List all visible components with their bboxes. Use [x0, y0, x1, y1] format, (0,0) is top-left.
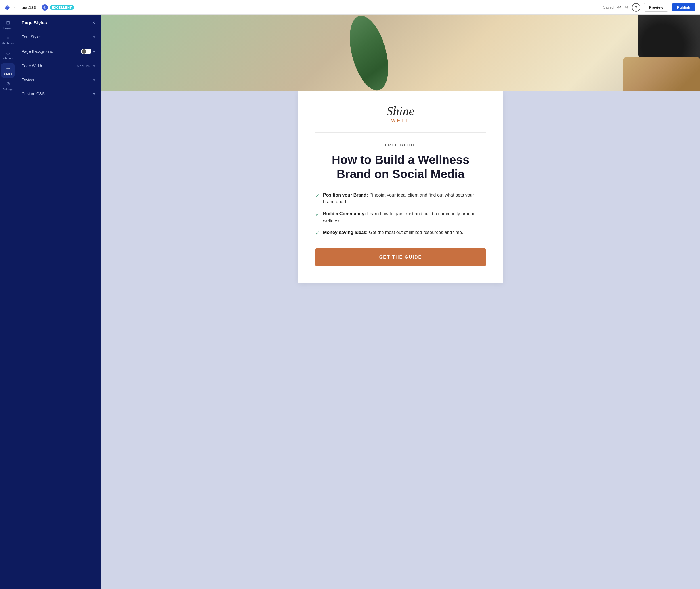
font-styles-label: Font Styles	[22, 35, 41, 39]
sections-icon: ≡	[7, 35, 9, 41]
page-width-label: Page Width	[22, 64, 42, 68]
logo-script: Shine	[315, 105, 486, 118]
custom-css-label: Custom CSS	[22, 91, 45, 96]
quality-icon	[42, 4, 48, 10]
topbar: ◈ ← test123 EXCELLENT Saved ↩ ↪ ? Previe…	[0, 0, 700, 15]
page-width-chevron: ▾	[93, 64, 95, 68]
free-guide-label: FREE GUIDE	[315, 143, 486, 147]
content-card: Shine WELL FREE GUIDE How to Build a Wel…	[298, 91, 503, 283]
sections-label: Sections	[2, 42, 14, 45]
panel-item-page-width[interactable]: Page Width Medium ▾	[16, 59, 101, 73]
favicon-label: Favicon	[22, 77, 35, 82]
undo-button[interactable]: ↩	[617, 4, 621, 10]
page-background-toggle[interactable]	[81, 48, 91, 54]
layout-label: Layout	[3, 27, 12, 29]
main-wrap: ⊞ Layout ≡ Sections ⊙ Widgets ✏ Styles ⚙…	[0, 15, 700, 589]
panel-item-favicon[interactable]: Favicon ▾	[16, 73, 101, 87]
panel-item-page-background-right: ▾	[81, 48, 95, 54]
widgets-label: Widgets	[3, 57, 13, 60]
sidebar-item-layout[interactable]: ⊞ Layout	[1, 18, 15, 32]
logo-sans: WELL	[315, 118, 486, 123]
check-icon-3: ✓	[315, 229, 320, 237]
redo-button[interactable]: ↪	[625, 4, 629, 10]
logo-area: Shine WELL	[315, 105, 486, 133]
widgets-icon: ⊙	[6, 50, 10, 56]
page-background-chevron: ▾	[93, 49, 95, 54]
checklist-item-3: ✓ Money-saving Ideas: Get the most out o…	[315, 229, 486, 237]
checklist-item-1-bold: Position your Brand:	[323, 193, 368, 197]
sidebar-item-sections[interactable]: ≡ Sections	[1, 33, 15, 47]
cta-button[interactable]: GET THE GUIDE	[315, 248, 486, 266]
layout-icon: ⊞	[6, 20, 10, 26]
favicon-chevron: ▾	[93, 78, 95, 82]
settings-label: Settings	[3, 88, 13, 90]
checklist-item-1: ✓ Position your Brand: Pinpoint your ide…	[315, 192, 486, 205]
panel-item-custom-css-right: ▾	[93, 92, 95, 96]
check-icon-2: ✓	[315, 211, 320, 218]
quality-badge: EXCELLENT	[50, 5, 74, 10]
check-icon-1: ✓	[315, 192, 320, 200]
panel-item-page-background[interactable]: Page Background ▾	[16, 44, 101, 59]
checklist-item-3-rest: Get the most out of limited resources an…	[368, 230, 463, 235]
panel-item-page-width-left: Page Width	[22, 64, 42, 68]
sidebar-item-settings[interactable]: ⚙ Settings	[1, 79, 15, 93]
panel-item-font-styles[interactable]: Font Styles ▾	[16, 30, 101, 44]
publish-button[interactable]: Publish	[672, 3, 695, 11]
main-headline: How to Build a Wellness Brand on Social …	[315, 153, 486, 181]
checklist: ✓ Position your Brand: Pinpoint your ide…	[315, 192, 486, 237]
panel-item-font-styles-right: ▾	[93, 35, 95, 39]
hero-image	[101, 15, 700, 91]
checklist-item-2-text: Build a Community: Learn how to gain tru…	[323, 210, 486, 224]
side-panel: Page Styles × Font Styles ▾ Page Backgro…	[16, 15, 101, 589]
help-button[interactable]: ?	[632, 3, 640, 12]
checklist-item-2: ✓ Build a Community: Learn how to gain t…	[315, 210, 486, 224]
checklist-item-1-text: Position your Brand: Pinpoint your ideal…	[323, 192, 486, 205]
settings-icon: ⚙	[6, 81, 10, 87]
checklist-item-2-bold: Build a Community:	[323, 211, 366, 216]
app-logo: ◈	[5, 4, 9, 11]
sidebar-item-widgets[interactable]: ⊙ Widgets	[1, 48, 15, 62]
checklist-item-3-bold: Money-saving Ideas:	[323, 230, 368, 235]
styles-label: Styles	[4, 72, 12, 75]
canvas-area: Shine WELL FREE GUIDE How to Build a Wel…	[101, 15, 700, 589]
back-button[interactable]: ←	[13, 4, 18, 10]
icon-nav: ⊞ Layout ≡ Sections ⊙ Widgets ✏ Styles ⚙…	[0, 15, 16, 589]
font-styles-chevron: ▾	[93, 35, 95, 39]
panel-header: Page Styles ×	[16, 15, 101, 30]
panel-item-custom-css[interactable]: Custom CSS ▾	[16, 87, 101, 101]
quality-badge-wrap: EXCELLENT	[42, 4, 74, 10]
panel-title: Page Styles	[22, 20, 47, 26]
panel-item-font-styles-left: Font Styles	[22, 35, 41, 39]
page-background-label: Page Background	[22, 49, 53, 54]
checklist-item-3-text: Money-saving Ideas: Get the most out of …	[323, 229, 463, 236]
page-width-value: Medium	[77, 64, 90, 68]
saved-status: Saved	[603, 5, 614, 9]
styles-icon: ✏	[6, 65, 10, 71]
panel-item-page-background-left: Page Background	[22, 49, 53, 54]
panel-close-button[interactable]: ×	[92, 20, 95, 26]
hero-wood-decoration	[623, 57, 700, 91]
panel-item-favicon-left: Favicon	[22, 77, 35, 82]
panel-item-favicon-right: ▾	[93, 78, 95, 82]
custom-css-chevron: ▾	[93, 92, 95, 96]
hero-leaf-decoration	[332, 15, 406, 91]
panel-item-custom-css-left: Custom CSS	[22, 91, 45, 96]
sidebar-item-styles[interactable]: ✏ Styles	[1, 63, 15, 77]
panel-item-page-width-right: Medium ▾	[77, 64, 95, 68]
preview-button[interactable]: Preview	[644, 3, 669, 12]
page-title: test123	[21, 5, 36, 10]
